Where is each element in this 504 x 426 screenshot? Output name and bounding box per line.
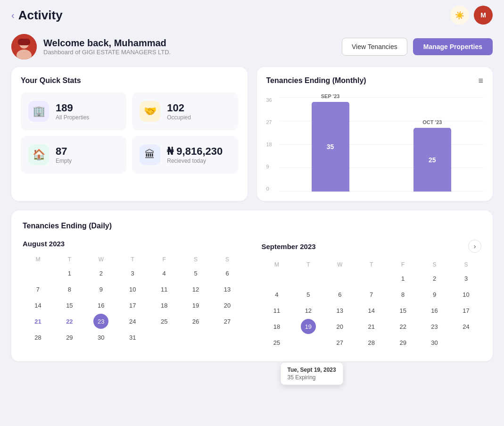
- aug-day-1[interactable]: 1: [62, 266, 77, 281]
- bar-sep-rect: 35: [312, 102, 349, 192]
- bars-wrapper: SEP '23 35 OCT '23 25: [280, 97, 484, 192]
- bar-sep-label: SEP '23: [321, 93, 340, 99]
- sep-day-21[interactable]: 21: [364, 319, 379, 334]
- sep-day-11[interactable]: 11: [269, 303, 284, 318]
- sep-day-13[interactable]: 13: [332, 303, 347, 318]
- august-grid: M T W T F S S 1 2 3 4 5 6 7: [23, 254, 243, 345]
- sun-icon: ☀️: [455, 11, 464, 20]
- sep-day-2[interactable]: 2: [427, 271, 442, 286]
- sep-day-3[interactable]: 3: [459, 271, 474, 286]
- aug-day-9[interactable]: 9: [93, 282, 108, 297]
- aug-dow-6: S: [212, 254, 243, 265]
- sep-day-1[interactable]: 1: [396, 271, 411, 286]
- page-title: Activity: [18, 8, 63, 23]
- sep-day-7[interactable]: 7: [364, 287, 379, 302]
- sep-day-4[interactable]: 4: [269, 287, 284, 302]
- sep-day-9[interactable]: 9: [427, 287, 442, 302]
- aug-day-21[interactable]: 21: [30, 314, 45, 329]
- aug-day-18[interactable]: 18: [157, 298, 172, 313]
- sep-dow-0: M: [262, 259, 292, 270]
- empty-value: 87: [56, 145, 72, 158]
- quick-stats-title: Your Quick Stats: [21, 76, 238, 85]
- aug-day-11[interactable]: 11: [157, 282, 172, 297]
- stat-empty-text: 87 Empty: [56, 145, 72, 164]
- sep-day-28[interactable]: 28: [364, 335, 379, 350]
- manage-properties-button[interactable]: Manage Properties: [413, 38, 493, 55]
- sep-day-15[interactable]: 15: [396, 303, 411, 318]
- august-header: August 2023: [23, 240, 243, 248]
- aug-day-6[interactable]: 6: [220, 266, 235, 281]
- aug-day-23[interactable]: 23: [93, 314, 108, 329]
- aug-day-27[interactable]: 27: [220, 314, 235, 329]
- sep-day-6[interactable]: 6: [332, 287, 347, 302]
- aug-day-22[interactable]: 22: [62, 314, 77, 329]
- sep-day-17[interactable]: 17: [459, 303, 474, 318]
- svg-rect-5: [18, 39, 30, 45]
- aug-day-17[interactable]: 17: [125, 298, 140, 313]
- aug-day-19[interactable]: 19: [188, 298, 203, 313]
- aug-day-30[interactable]: 30: [93, 330, 108, 345]
- sep-day-30[interactable]: 30: [427, 335, 442, 350]
- sep-day-16[interactable]: 16: [427, 303, 442, 318]
- y-label-27: 27: [266, 119, 272, 125]
- calendar-august: August 2023 M T W T F S S 1 2 3 4 5: [23, 240, 243, 350]
- quick-stats-card: Your Quick Stats 🏢 189 All Properties 🤝 …: [11, 67, 248, 201]
- sep-day-5[interactable]: 5: [301, 287, 316, 302]
- aug-day-15[interactable]: 15: [62, 298, 77, 313]
- sep-day-12[interactable]: 12: [301, 303, 316, 318]
- header-icons: ☀️ M: [450, 6, 493, 25]
- received-value: ₦ 9,816,230: [167, 145, 223, 158]
- aug-dow-3: T: [117, 254, 148, 265]
- aug-day-10[interactable]: 10: [125, 282, 140, 297]
- sep-day-19[interactable]: 19: [301, 319, 316, 334]
- sep-empty-end: [459, 335, 474, 350]
- aug-day-13[interactable]: 13: [220, 282, 235, 297]
- view-tenancies-button[interactable]: View Tenancies: [342, 38, 407, 56]
- aug-day-26[interactable]: 26: [188, 314, 203, 329]
- sep-day-20[interactable]: 20: [332, 319, 347, 334]
- sep-day-24[interactable]: 24: [459, 319, 474, 334]
- sep-day-14[interactable]: 14: [364, 303, 379, 318]
- aug-day-25[interactable]: 25: [157, 314, 172, 329]
- aug-day-31[interactable]: 31: [125, 330, 140, 345]
- y-label-9: 9: [266, 164, 272, 169]
- user-avatar[interactable]: M: [474, 6, 493, 25]
- sep-day-18[interactable]: 18: [269, 319, 284, 334]
- calendar-next-button[interactable]: ›: [468, 240, 481, 253]
- sep-empty-0: [269, 271, 284, 286]
- aug-day-7[interactable]: 7: [30, 282, 45, 297]
- sep-day-29[interactable]: 29: [396, 335, 411, 350]
- aug-day-empty: [30, 266, 45, 281]
- sep-day-10[interactable]: 10: [459, 287, 474, 302]
- sep-day-22[interactable]: 22: [396, 319, 411, 334]
- aug-day-5[interactable]: 5: [188, 266, 203, 281]
- sep-day-8[interactable]: 8: [396, 287, 411, 302]
- aug-day-4[interactable]: 4: [157, 266, 172, 281]
- calendar-card: Tenancies Ending (Daily) August 2023 M T…: [11, 210, 493, 361]
- aug-day-20[interactable]: 20: [220, 298, 235, 313]
- sep-day-25[interactable]: 25: [269, 335, 284, 350]
- chart-menu-icon[interactable]: ≡: [478, 76, 483, 85]
- aug-day-8[interactable]: 8: [62, 282, 77, 297]
- aug-day-16[interactable]: 16: [93, 298, 108, 313]
- properties-label: All Properties: [56, 114, 89, 121]
- sun-icon-button[interactable]: ☀️: [450, 6, 469, 25]
- aug-day-12[interactable]: 12: [188, 282, 203, 297]
- welcome-actions: View Tenancies Manage Properties: [342, 38, 493, 56]
- aug-empty-3: [220, 330, 235, 345]
- stat-received-text: ₦ 9,816,230 Recieved today: [167, 145, 223, 164]
- back-button[interactable]: ‹: [11, 10, 15, 21]
- aug-day-28[interactable]: 28: [30, 330, 45, 345]
- sep-day-23[interactable]: 23: [427, 319, 442, 334]
- aug-day-14[interactable]: 14: [30, 298, 45, 313]
- aug-day-29[interactable]: 29: [62, 330, 77, 345]
- stats-grid: 🏢 189 All Properties 🤝 102 Occupied 🏠: [21, 92, 238, 174]
- sep-dow-3: T: [356, 259, 387, 270]
- august-month-label: August 2023: [23, 240, 65, 248]
- aug-day-3[interactable]: 3: [125, 266, 140, 281]
- sep-day-27[interactable]: 27: [332, 335, 347, 350]
- aug-dow-1: T: [54, 254, 85, 265]
- bar-oct-rect: 25: [413, 128, 451, 192]
- aug-day-24[interactable]: 24: [125, 314, 140, 329]
- aug-day-2[interactable]: 2: [93, 266, 108, 281]
